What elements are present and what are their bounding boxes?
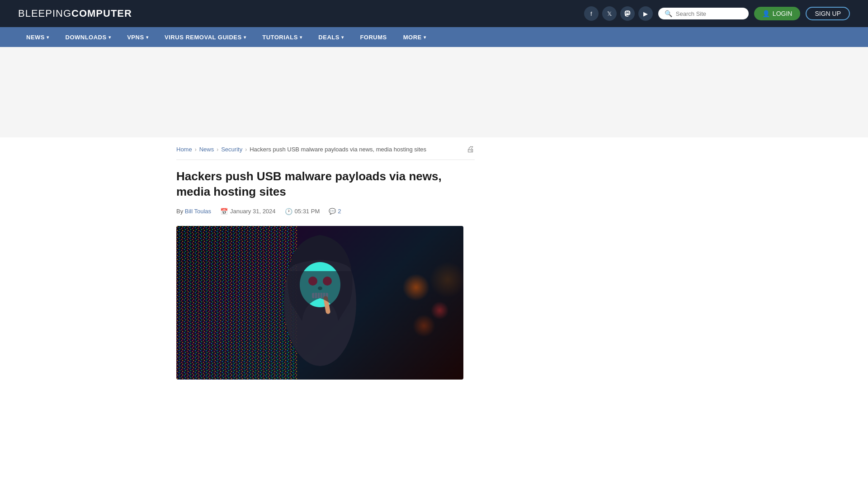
article-title: Hackers push USB malware payloads via ne…	[176, 169, 475, 200]
facebook-icon[interactable]: f	[584, 6, 599, 21]
nav-vpns[interactable]: VPNS ▾	[119, 27, 156, 47]
search-icon: 🔍	[665, 10, 672, 17]
mastodon-icon[interactable]	[620, 6, 635, 21]
login-button[interactable]: 👤 LOGIN	[754, 7, 801, 20]
main-layout: Home › News › Security › Hackers push US…	[167, 137, 701, 380]
article-time: 05:31 PM	[295, 208, 320, 215]
advertisement-banner	[0, 47, 868, 137]
comments-link[interactable]: 💬 2	[329, 208, 341, 215]
breadcrumb-security[interactable]: Security	[221, 146, 242, 153]
youtube-icon[interactable]: ▶	[638, 6, 653, 21]
login-label: LOGIN	[773, 10, 793, 17]
nav-tutorials[interactable]: TUTORIALS ▾	[254, 27, 310, 47]
article-meta: By Bill Toulas 📅 January 31, 2024 🕐 05:3…	[176, 208, 475, 215]
site-logo[interactable]: BLEEPINGCOMPUTER	[18, 8, 132, 19]
main-nav: NEWS ▾ DOWNLOADS ▾ VPNS ▾ VIRUS REMOVAL …	[0, 27, 868, 47]
breadcrumb-sep-1: ›	[195, 146, 197, 153]
logo-bold-text: COMPUTER	[71, 8, 132, 19]
comments-count: 2	[338, 208, 341, 215]
hacker-figure-svg	[266, 230, 374, 375]
nav-virus-removal-label: VIRUS REMOVAL GUIDES	[165, 34, 242, 41]
signup-label: SIGN UP	[815, 10, 841, 17]
nav-forums[interactable]: FORUMS	[352, 27, 395, 47]
article-by-label: By Bill Toulas	[176, 208, 211, 215]
nav-tutorials-arrow: ▾	[300, 35, 302, 40]
sidebar-column	[488, 137, 642, 380]
author-link[interactable]: Bill Toulas	[185, 208, 211, 215]
nav-downloads[interactable]: DOWNLOADS ▾	[57, 27, 119, 47]
nav-tutorials-label: TUTORIALS	[262, 34, 298, 41]
nav-forums-label: FORUMS	[360, 34, 387, 41]
breadcrumb-news[interactable]: News	[199, 146, 214, 153]
breadcrumb-sep-3: ›	[245, 146, 247, 153]
nav-virus-removal[interactable]: VIRUS REMOVAL GUIDES ▾	[156, 27, 254, 47]
twitter-icon[interactable]: 𝕏	[602, 6, 617, 21]
nav-downloads-arrow: ▾	[108, 35, 111, 40]
article-date: January 31, 2024	[230, 208, 275, 215]
article-date-meta: 📅 January 31, 2024	[220, 208, 275, 215]
article-time-meta: 🕐 05:31 PM	[285, 208, 320, 215]
nav-news[interactable]: NEWS ▾	[18, 27, 57, 47]
nav-more-arrow: ▾	[424, 35, 426, 40]
nav-more[interactable]: MORE ▾	[395, 27, 434, 47]
breadcrumb-left: Home › News › Security › Hackers push US…	[176, 146, 426, 153]
nav-deals-arrow: ▾	[341, 35, 344, 40]
breadcrumb-home[interactable]: Home	[176, 146, 192, 153]
breadcrumb-current: Hackers push USB malware payloads via ne…	[250, 146, 426, 153]
nav-downloads-label: DOWNLOADS	[66, 34, 107, 41]
search-input[interactable]	[676, 10, 742, 17]
nav-vpns-arrow: ▾	[146, 35, 149, 40]
logo-light-text: BLEEPING	[18, 8, 71, 19]
nav-news-label: NEWS	[26, 34, 45, 41]
breadcrumb: Home › News › Security › Hackers push US…	[176, 137, 475, 160]
print-icon[interactable]: 🖨	[467, 145, 475, 154]
nav-news-arrow: ▾	[47, 35, 49, 40]
article-hero-image	[176, 226, 463, 380]
nav-virus-removal-arrow: ▾	[244, 35, 246, 40]
header-right: f 𝕏 ▶ 🔍 👤 LOGIN SIGN UP	[584, 6, 850, 21]
search-bar[interactable]: 🔍	[658, 8, 749, 19]
site-header: BLEEPINGCOMPUTER f 𝕏 ▶ 🔍 👤 LOGIN SIGN UP	[0, 0, 868, 27]
nav-more-label: MORE	[403, 34, 422, 41]
nav-deals[interactable]: DEALS ▾	[310, 27, 352, 47]
nav-deals-label: DEALS	[318, 34, 340, 41]
clock-icon: 🕐	[285, 208, 292, 215]
comment-icon: 💬	[329, 208, 336, 215]
login-user-icon: 👤	[762, 10, 770, 17]
social-icons-group: f 𝕏 ▶	[584, 6, 653, 21]
breadcrumb-sep-2: ›	[217, 146, 218, 153]
nav-vpns-label: VPNS	[127, 34, 144, 41]
article-column: Home › News › Security › Hackers push US…	[176, 137, 475, 380]
calendar-icon: 📅	[220, 208, 228, 215]
signup-button[interactable]: SIGN UP	[806, 7, 850, 20]
